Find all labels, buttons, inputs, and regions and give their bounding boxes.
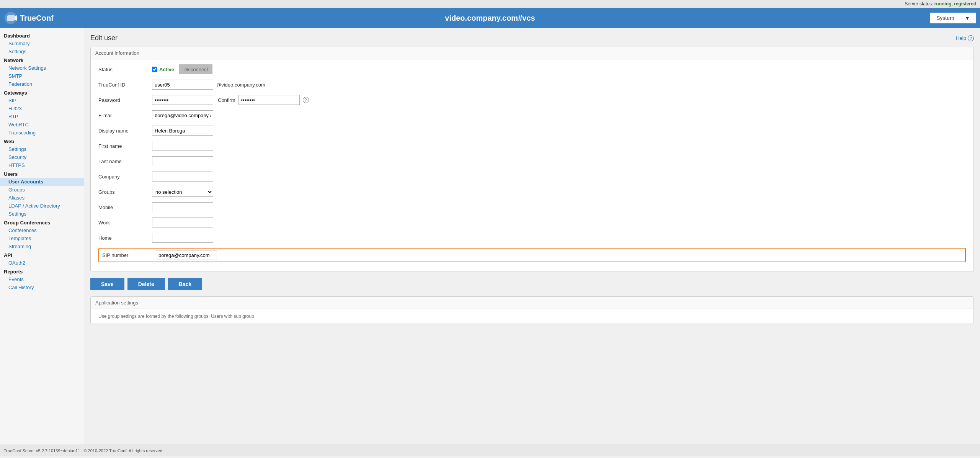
logo-icon [4, 11, 18, 25]
email-row: E-mail [98, 110, 966, 121]
back-button[interactable]: Back [168, 278, 202, 290]
sidebar-item-webrtc[interactable]: WebRTC [0, 121, 84, 129]
sidebar-section-api: API OAuth2 [0, 250, 84, 267]
nav-section-web[interactable]: Web [0, 137, 84, 145]
first-name-field [152, 141, 213, 151]
company-label: Company [98, 174, 152, 180]
display-name-label: Display name [98, 128, 152, 134]
status-value: running, registered [934, 1, 976, 7]
account-info-body: Status Active Disconnect TrueConf ID [91, 59, 973, 272]
sidebar-item-transcoding[interactable]: Transcoding [0, 129, 84, 137]
app-settings-card: Application settings Use group settings … [90, 296, 974, 324]
delete-button[interactable]: Delete [127, 278, 165, 290]
page-header: Edit user Help ? [90, 34, 974, 42]
footer-text: TrueConf Server v5.2.7.10139~debian11 . … [4, 448, 163, 453]
display-name-input[interactable] [152, 126, 213, 136]
sidebar-item-web-settings[interactable]: Settings [0, 145, 84, 153]
mobile-row: Mobile [98, 202, 966, 213]
help-link[interactable]: Help ? [956, 35, 974, 41]
email-field [152, 110, 213, 120]
account-info-card: Account information Status Active Discon… [90, 47, 974, 272]
sidebar-section-web: Web Settings Security HTTPS [0, 137, 84, 169]
home-row: Home [98, 232, 966, 243]
work-field [152, 218, 213, 227]
sidebar-item-aliases[interactable]: Aliases [0, 194, 84, 202]
sidebar-item-templates[interactable]: Templates [0, 234, 84, 242]
confirm-password-input[interactable] [238, 95, 300, 105]
company-row: Company [98, 171, 966, 182]
sidebar-item-conferences[interactable]: Conferences [0, 226, 84, 234]
home-field [152, 233, 213, 243]
active-checkbox[interactable] [152, 67, 157, 72]
footer: TrueConf Server v5.2.7.10139~debian11 . … [0, 445, 980, 456]
nav-section-gateways[interactable]: Gateways [0, 88, 84, 97]
sidebar-section-reports: Reports Events Call History [0, 267, 84, 291]
system-button[interactable]: System ▼ [930, 13, 976, 23]
disconnect-button[interactable]: Disconnect [179, 64, 212, 74]
sidebar-item-streaming[interactable]: Streaming [0, 242, 84, 250]
email-input[interactable] [152, 110, 213, 120]
work-input[interactable] [152, 218, 213, 227]
sidebar-item-groups[interactable]: Groups [0, 186, 84, 194]
sidebar-item-sip[interactable]: SIP [0, 97, 84, 105]
sidebar-item-events[interactable]: Events [0, 275, 84, 283]
sidebar-item-network-settings[interactable]: Network Settings [0, 64, 84, 72]
groups-row: Groups no selection [98, 186, 966, 197]
trueconf-id-row: TrueConf ID @video.company.com [98, 79, 966, 90]
sidebar-section-gateways: Gateways SIP H.323 RTP WebRTC Transcodin… [0, 88, 84, 137]
last-name-input[interactable] [152, 156, 213, 166]
sidebar-item-federation[interactable]: Federation [0, 80, 84, 88]
nav-section-network[interactable]: Network [0, 56, 84, 64]
sidebar-item-ldap[interactable]: LDAP / Active Directory [0, 202, 84, 210]
sidebar-item-settings-dash[interactable]: Settings [0, 47, 84, 56]
nav-section-group-conferences[interactable]: Group Conferences [0, 218, 84, 226]
sip-number-row: SIP number [98, 248, 966, 262]
sidebar-section-users: Users User Accounts Groups Aliases LDAP … [0, 169, 84, 218]
nav-section-api[interactable]: API [0, 250, 84, 259]
trueconf-id-input[interactable] [152, 80, 213, 90]
chevron-down-icon: ▼ [965, 15, 970, 21]
page-title: Edit user [90, 34, 118, 42]
sidebar-item-summary[interactable]: Summary [0, 39, 84, 47]
status-label: Server status: [905, 1, 933, 7]
groups-select[interactable]: no selection [152, 187, 213, 197]
mobile-input[interactable] [152, 202, 213, 212]
content: Edit user Help ? Account information Sta… [84, 28, 980, 445]
display-name-row: Display name [98, 125, 966, 136]
sidebar-item-h323[interactable]: H.323 [0, 105, 84, 113]
account-info-title: Account information [91, 47, 973, 59]
sidebar-item-rtp[interactable]: RTP [0, 113, 84, 121]
app-settings-note: Use group settings are formed by the fol… [98, 314, 966, 319]
home-input[interactable] [152, 233, 213, 243]
nav-section-reports[interactable]: Reports [0, 267, 84, 275]
sidebar-item-user-accounts[interactable]: User Accounts [0, 178, 84, 186]
mobile-field [152, 202, 213, 212]
logo-text: TrueConf [20, 14, 54, 23]
domain-suffix: @video.company.com [216, 82, 265, 88]
nav-section-dashboard[interactable]: Dashboard [0, 31, 84, 39]
status-field: Active Disconnect [152, 64, 212, 74]
sidebar-item-security[interactable]: Security [0, 153, 84, 161]
mobile-label: Mobile [98, 204, 152, 210]
sidebar-item-https[interactable]: HTTPS [0, 161, 84, 169]
last-name-field [152, 156, 213, 166]
password-help-icon[interactable]: ? [303, 97, 309, 103]
status-bar: Server status: running, registered [0, 0, 980, 8]
company-field [152, 172, 213, 182]
first-name-input[interactable] [152, 141, 213, 151]
sidebar-item-oauth2[interactable]: OAuth2 [0, 259, 84, 267]
password-input[interactable] [152, 95, 213, 105]
trueconf-id-field: @video.company.com [152, 80, 265, 90]
header-title: video.company.com#vcs [445, 14, 535, 23]
sidebar-item-users-settings[interactable]: Settings [0, 210, 84, 218]
save-button[interactable]: Save [90, 278, 124, 290]
sidebar-item-call-history[interactable]: Call History [0, 283, 84, 291]
company-input[interactable] [152, 172, 213, 182]
sip-number-input[interactable] [156, 250, 217, 260]
nav-section-users[interactable]: Users [0, 169, 84, 178]
app-settings-title: Application settings [91, 297, 973, 309]
home-label: Home [98, 235, 152, 241]
logo-area: TrueConf [4, 11, 80, 25]
help-icon: ? [968, 35, 974, 41]
sidebar-item-smtp[interactable]: SMTP [0, 72, 84, 80]
